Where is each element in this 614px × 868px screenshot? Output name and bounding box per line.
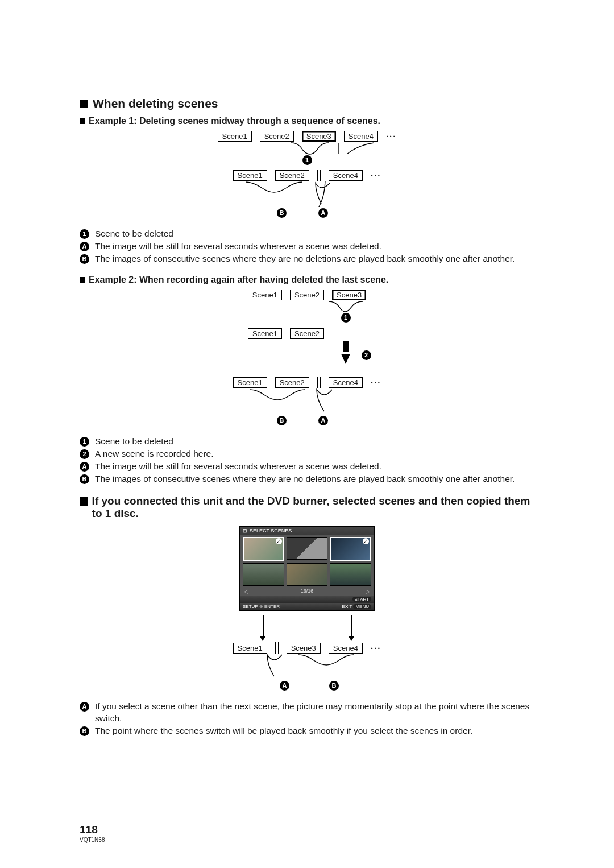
scene-box-selected: Scene3 [332,290,366,300]
list-text: The image will be still for several seco… [95,461,381,472]
heading-text: When deleting scenes [93,97,218,110]
document-page: When deleting scenes Example 1: Deleting… [0,0,614,868]
bullet-square-icon [80,497,88,506]
marker-a-icon: A [80,702,89,712]
bottom-connector-icon [210,654,404,680]
list-item: 1 Scene to be deleted [80,228,534,239]
screen-title: SELECT SCENES [250,528,292,534]
marker-b-icon: B [329,681,339,691]
list-text: If you select a scene other than the nex… [95,701,534,724]
connector-lines [240,615,374,638]
marker-b-icon: B [80,474,89,484]
marker-1-icon: 1 [302,155,312,165]
example2-heading: Example 2: When recording again after ha… [80,275,534,285]
scene-box: Scene2 [275,377,309,388]
scene-box: Scene4 [329,377,363,388]
thumbnail [287,537,328,560]
nav-arrows: ◁ 16/16 ▷ [240,588,374,596]
gap-marker-icon [275,642,279,654]
legend-list-1: 1 Scene to be deleted A The image will b… [80,228,534,264]
list-item: A If you select a scene other than the n… [80,701,534,724]
marker-a-icon: A [280,681,289,691]
scene-box: Scene1 [233,643,267,654]
example1-heading: Example 1: Deleting scenes midway throug… [80,116,534,126]
bottom-connector-icon [210,181,404,207]
marker-b-icon: B [80,726,89,736]
bullet-square-icon [80,277,85,283]
scene-box: Scene4 [344,131,378,142]
disc-icon: ⊡ [243,528,247,534]
list-item: B The point where the scenes switch will… [80,725,534,737]
section-heading-dvd: If you connected this unit and the DVD b… [80,495,534,520]
gap-marker-icon [317,377,321,388]
scene-box: Scene2 [260,131,294,142]
thumbnail [330,563,371,586]
scene-box: Scene2 [275,170,309,181]
list-text: The images of consecutive scenes where t… [95,473,515,485]
screen-footer: START [240,596,374,603]
legend-list-2: 1 Scene to be deleted 2 A new scene is r… [80,436,534,485]
thumbnail-selected [330,537,371,561]
list-item: A The image will be still for several se… [80,241,534,252]
scene-box: Scene1 [233,170,267,181]
thumbnail [287,563,328,586]
setup-label: SETUP [243,604,258,609]
diagram-example1: Scene1 Scene2 Scene3 Scene4 ··· 1 Scene1… [80,131,534,218]
marker-2-icon: 2 [362,350,371,360]
bottom-connector-icon [210,388,404,415]
menu-label: MENU [353,604,371,609]
marker-a-icon: A [80,242,89,251]
screen-title-bar: ⊡ SELECT SCENES [240,527,374,535]
marker-2-icon: 2 [80,449,89,459]
screen-footer-2: SETUP ⊕ ENTER EXIT MENU [240,603,374,610]
ellipsis-icon: ··· [386,131,397,141]
start-button-label: START [352,597,371,602]
marker-a-icon: A [80,462,89,472]
bullet-square-icon [80,100,88,108]
marker-b-icon: B [80,254,89,264]
thumbnail-selected [243,537,284,561]
scene-box: Scene1 [248,328,282,339]
select-scenes-screen: ⊡ SELECT SCENES ◁ 16/16 ▷ START S [239,526,375,611]
list-item: B The images of consecutive scenes where… [80,253,534,264]
nav-left-icon: ◁ [244,588,248,594]
bullet-square-icon [80,118,85,124]
list-item: 2 A new scene is recorded here. [80,448,534,460]
scene-box: Scene2 [290,328,324,339]
scene-box: Scene3 [287,643,321,654]
list-item: B The images of consecutive scenes where… [80,473,534,485]
exit-label: EXIT [342,604,352,609]
counter: 16/16 [301,588,314,594]
example2-text: Example 2: When recording again after ha… [89,275,388,285]
scene-box: Scene4 [329,643,363,654]
marker-b-icon: B [277,208,287,218]
ellipsis-icon: ··· [371,643,381,653]
scene-box: Scene4 [329,170,363,181]
example1-text: Example 1: Deleting scenes midway throug… [89,116,380,126]
list-text: The point where the scenes switch will b… [95,725,472,737]
ellipsis-icon: ··· [371,171,381,180]
enter-label: ENTER [264,604,280,609]
nav-right-icon: ▷ [366,588,370,594]
scene-box: Scene1 [233,377,267,388]
section-heading-deleting: When deleting scenes [80,97,534,110]
marker-1-icon: 1 [80,437,89,447]
ellipsis-icon: ··· [371,378,381,387]
list-text: The image will be still for several seco… [95,241,381,252]
heading2-text: If you connected this unit and the DVD b… [92,495,534,520]
list-text: Scene to be deleted [95,436,173,447]
thumbnail [243,563,284,586]
marker-a-icon: A [318,416,328,425]
scene-box: Scene1 [248,290,282,300]
legend-list-3: A If you select a scene other than the n… [80,701,534,736]
list-text: Scene to be deleted [95,228,173,239]
page-number: 118 [80,824,98,836]
marker-1-icon: 1 [80,229,89,239]
diagram-example2: Scene1 Scene2 Scene3 1 Scene1 Scene2 2 S… [80,290,534,425]
marker-a-icon: A [318,208,328,218]
list-text: The images of consecutive scenes where t… [95,253,515,264]
document-id: VQT1N58 [80,837,105,843]
marker-1-icon: 1 [341,313,351,323]
scene-box-selected: Scene3 [302,131,336,142]
marker-b-icon: B [277,416,287,425]
